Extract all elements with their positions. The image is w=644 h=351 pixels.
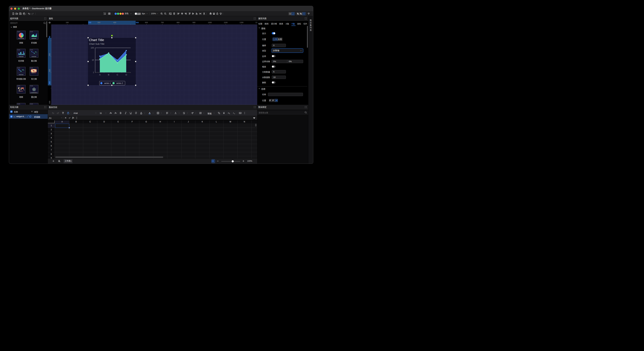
svg-text:Chart Sub-Title: Chart Sub-Title [89, 43, 104, 45]
svg-text:A: A [99, 74, 100, 76]
svg-text:series 1: series 1 [104, 82, 111, 84]
svg-text:series 2: series 2 [116, 82, 123, 84]
svg-text:100: 100 [91, 47, 94, 49]
svg-text:En: En [298, 14, 299, 15]
svg-text:Chart Title: Chart Title [89, 38, 104, 42]
svg-text:OS: OS [304, 13, 305, 14]
svg-text:10: 10 [92, 59, 94, 61]
svg-text:.00: .00 [228, 112, 230, 114]
svg-text:B: B [108, 74, 109, 76]
svg-text:D: D [126, 74, 127, 76]
svg-text:.0: .0 [233, 112, 234, 114]
svg-text:C: C [117, 74, 118, 76]
svg-text:1: 1 [93, 71, 94, 74]
svg-text:文: 文 [301, 14, 302, 15]
